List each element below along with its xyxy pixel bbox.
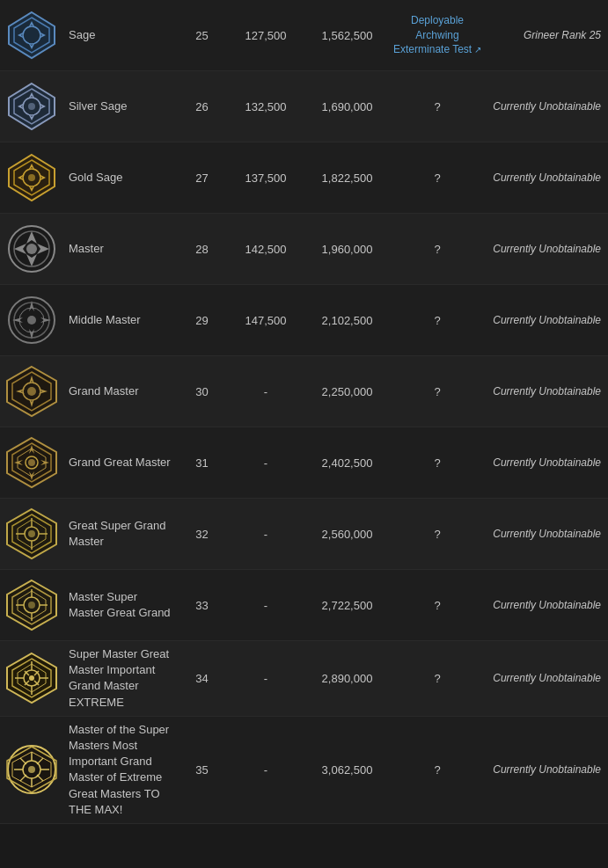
rank-test-unknown-super-master-great-master: ? <box>434 672 440 685</box>
rank-number-master-super-master-great-grand: 33 <box>178 599 226 612</box>
rank-name-gold-sage: Gold Sage <box>63 170 178 186</box>
rank-number-grand-great-master: 31 <box>178 456 226 470</box>
svg-point-29 <box>26 244 37 254</box>
rank-icon-grand-master <box>0 361 63 421</box>
rank-test-middle-master: ? <box>389 314 486 327</box>
svg-point-63 <box>28 530 35 537</box>
rank-notes-master-of-super-masters: Currently Unobtainable <box>486 762 608 777</box>
rank-xp-master-of-super-masters: - <box>226 763 305 777</box>
rank-test-link-sage[interactable]: Deployable Archwing Exterminate Test ↗ <box>393 14 481 56</box>
rank-notes-sage: Grineer Rank 25 <box>486 28 608 43</box>
svg-point-45 <box>27 387 36 396</box>
mastery-rank-table: Sage25127,5001,562,500Deployable Archwin… <box>0 0 608 824</box>
rank-number-gold-sage: 27 <box>178 171 226 185</box>
svg-point-68 <box>28 602 35 609</box>
rank-xp-gold-sage: 137,500 <box>226 171 305 185</box>
rank-notes-super-master-great-master: Currently Unobtainable <box>486 671 608 686</box>
rank-name-middle-master: Middle Master <box>63 312 178 328</box>
rank-xp-great-super-grand-master: - <box>226 528 305 541</box>
table-row-grand-great-master: Grand Great Master31-2,402,500?Currently… <box>0 427 608 499</box>
rank-total-xp-great-super-grand-master: 2,560,000 <box>305 528 389 541</box>
rank-notes-grand-great-master: Currently Unobtainable <box>486 456 608 470</box>
rank-icon-grand-great-master <box>0 433 63 492</box>
rank-icon-great-super-grand-master <box>0 504 63 564</box>
rank-number-middle-master: 29 <box>178 314 226 327</box>
table-row-middle-master: Middle Master29147,5002,102,500?Currentl… <box>0 285 608 356</box>
rank-xp-silver-sage: 132,500 <box>226 100 305 113</box>
rank-xp-super-master-great-master: - <box>226 672 305 685</box>
rank-name-master: Master <box>63 241 178 257</box>
rank-test-great-super-grand-master: ? <box>389 528 486 541</box>
table-row-super-master-great-master: Super Master Great Master Important Gran… <box>0 641 608 717</box>
rank-icon-middle-master <box>0 290 63 350</box>
svg-point-77 <box>29 675 34 681</box>
rank-icon-master-super-master-great-grand <box>0 575 63 635</box>
rank-name-sage: Sage <box>63 27 178 43</box>
rank-name-silver-sage: Silver Sage <box>63 98 178 114</box>
table-row-sage: Sage25127,5001,562,500Deployable Archwin… <box>0 0 608 71</box>
table-row-grand-master: Grand Master30-2,250,000?Currently Unobt… <box>0 356 608 427</box>
rank-test-gold-sage: ? <box>389 171 486 185</box>
rank-test-grand-great-master: ? <box>389 456 486 470</box>
rank-name-master-of-super-masters: Master of the Super Masters Most Importa… <box>63 722 178 818</box>
rank-notes-silver-sage: Currently Unobtainable <box>486 99 608 114</box>
rank-number-sage: 25 <box>178 29 226 42</box>
rank-icon-super-master-great-master <box>0 648 63 708</box>
rank-total-xp-gold-sage: 1,822,500 <box>305 171 389 185</box>
rank-xp-middle-master: 147,500 <box>226 314 305 327</box>
rank-xp-grand-master: - <box>226 385 305 398</box>
svg-point-54 <box>28 459 35 466</box>
rank-total-xp-grand-master: 2,250,000 <box>305 385 389 398</box>
rank-total-xp-middle-master: 2,102,500 <box>305 314 389 327</box>
rank-name-master-super-master-great-grand: Master Super Master Great Grand <box>63 589 178 621</box>
rank-icon-gold-sage <box>0 148 63 208</box>
svg-marker-0 <box>9 12 55 58</box>
rank-notes-master-super-master-great-grand: Currently Unobtainable <box>486 598 608 613</box>
rank-notes-middle-master: Currently Unobtainable <box>486 313 608 328</box>
rank-test-unknown-master-super-master-great-grand: ? <box>434 599 440 612</box>
table-row-silver-sage: Silver Sage26132,5001,690,000?Currently … <box>0 71 608 142</box>
rank-total-xp-silver-sage: 1,690,000 <box>305 100 389 113</box>
table-row-master-super-master-great-grand: Master Super Master Great Grand33-2,722,… <box>0 570 608 641</box>
rank-test-unknown-master-of-super-masters: ? <box>434 763 440 777</box>
rank-notes-master: Currently Unobtainable <box>486 242 608 257</box>
rank-number-super-master-great-master: 34 <box>178 672 226 685</box>
rank-test-unknown-grand-great-master: ? <box>434 456 440 470</box>
rank-test-master-of-super-masters: ? <box>389 763 486 777</box>
rank-icon-sage <box>0 5 63 65</box>
rank-icon-master-of-super-masters <box>0 740 63 799</box>
rank-notes-gold-sage: Currently Unobtainable <box>486 171 608 186</box>
rank-notes-great-super-grand-master: Currently Unobtainable <box>486 527 608 542</box>
svg-point-37 <box>27 316 36 325</box>
rank-test-silver-sage: ? <box>389 100 486 113</box>
rank-total-xp-grand-great-master: 2,402,500 <box>305 456 389 470</box>
rank-total-xp-master: 1,960,000 <box>305 243 389 256</box>
rank-xp-sage: 127,500 <box>226 29 305 42</box>
rank-number-silver-sage: 26 <box>178 100 226 113</box>
rank-test-unknown-middle-master: ? <box>434 314 440 327</box>
rank-name-great-super-grand-master: Great Super Grand Master <box>63 518 178 550</box>
rank-icon-silver-sage <box>0 77 63 136</box>
rank-total-xp-super-master-great-master: 2,890,000 <box>305 672 389 685</box>
rank-test-unknown-gold-sage: ? <box>434 171 440 185</box>
rank-total-xp-master-of-super-masters: 3,062,500 <box>305 763 389 777</box>
rank-test-master: ? <box>389 243 486 256</box>
rank-total-xp-master-super-master-great-grand: 2,722,500 <box>305 599 389 612</box>
rank-number-grand-master: 30 <box>178 385 226 398</box>
rank-number-master: 28 <box>178 243 226 256</box>
rank-test-super-master-great-master: ? <box>389 672 486 685</box>
rank-test-unknown-great-super-grand-master: ? <box>434 528 440 541</box>
rank-number-great-super-grand-master: 32 <box>178 528 226 541</box>
svg-point-14 <box>28 103 35 110</box>
rank-test-sage[interactable]: Deployable Archwing Exterminate Test ↗ <box>389 13 486 57</box>
rank-icon-master <box>0 219 63 279</box>
rank-test-master-super-master-great-grand: ? <box>389 599 486 612</box>
rank-test-unknown-silver-sage: ? <box>434 100 440 113</box>
rank-test-unknown-grand-master: ? <box>434 385 440 398</box>
rank-xp-master-super-master-great-grand: - <box>226 599 305 612</box>
rank-xp-master: 142,500 <box>226 243 305 256</box>
rank-test-grand-master: ? <box>389 385 486 398</box>
svg-point-90 <box>28 766 35 773</box>
rank-xp-grand-great-master: - <box>226 456 305 470</box>
rank-total-xp-sage: 1,562,500 <box>305 29 389 42</box>
